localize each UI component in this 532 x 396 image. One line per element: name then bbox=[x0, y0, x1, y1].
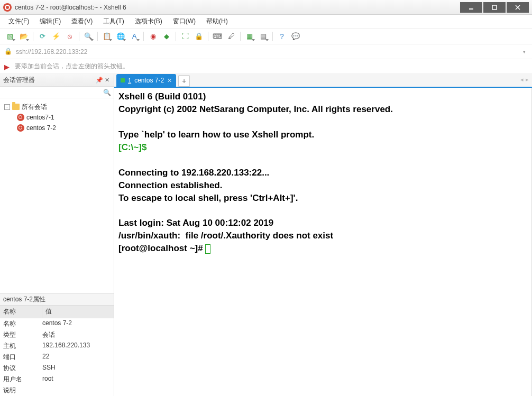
term-line: Xshell 6 (Build 0101) bbox=[118, 91, 206, 102]
session-tree: - 所有会话 centos7-1 centos 7-2 bbox=[0, 98, 114, 293]
separator bbox=[240, 32, 241, 41]
find-button[interactable]: 🔍 bbox=[82, 31, 94, 42]
toolbar: ▧ 📂 ⟳ ⚡ ⦸ 🔍 📋 🌐 A ◉ ◆ ⛶ 🔒 ⌨ 🖊 ▦ ▤ ? 💬 bbox=[0, 29, 532, 44]
tab-prev[interactable]: ◂ bbox=[520, 76, 524, 83]
separator bbox=[143, 32, 144, 41]
tree-search: 🔍 bbox=[0, 87, 114, 98]
keyboard-button[interactable]: ⌨ bbox=[212, 31, 223, 42]
tab-next[interactable]: ▸ bbox=[526, 76, 529, 83]
session-icon bbox=[17, 124, 24, 132]
session-item-centos7-1[interactable]: centos7-1 bbox=[2, 112, 112, 123]
term-line: Connection established. bbox=[118, 180, 222, 190]
svg-rect-1 bbox=[492, 5, 497, 10]
root-label: 所有会话 bbox=[22, 103, 47, 112]
tab-strip: 1 centos 7-2 ✕ + ◂ ▸ bbox=[114, 74, 532, 88]
tab-centos7-2[interactable]: 1 centos 7-2 ✕ bbox=[116, 74, 176, 87]
term-line: To escape to local shell, press 'Ctrl+Al… bbox=[118, 193, 298, 203]
menu-tab[interactable]: 选项卡(B) bbox=[131, 16, 167, 27]
tab-label: centos 7-2 bbox=[134, 77, 164, 84]
separator bbox=[97, 32, 98, 41]
menu-file[interactable]: 文件(F) bbox=[4, 16, 33, 27]
stop-button[interactable]: ⦸ bbox=[64, 31, 76, 42]
search-icon[interactable]: 🔍 bbox=[103, 89, 111, 96]
separator bbox=[33, 32, 33, 41]
main-split: 会话管理器 📌 ✕ 🔍 - 所有会话 centos7-1 centos 7-2 bbox=[0, 74, 532, 396]
address-text[interactable]: ssh://192.168.220.133:22 bbox=[16, 48, 520, 56]
highlight-button[interactable]: 🖊 bbox=[225, 31, 237, 42]
menu-window[interactable]: 窗口(W) bbox=[169, 16, 200, 27]
term-line: Copyright (c) 2002 NetSarang Computer, I… bbox=[118, 104, 393, 114]
session-manager-title: 会话管理器 bbox=[3, 76, 35, 85]
menu-help[interactable]: 帮助(H) bbox=[202, 16, 232, 27]
disconnect-button[interactable]: ⚡ bbox=[50, 31, 62, 42]
properties-panel: centos 7-2属性 名称 值 名称centos 7-2 类型会话 主机19… bbox=[0, 293, 114, 396]
font-button[interactable]: A bbox=[129, 31, 140, 42]
prop-row: 名称centos 7-2 bbox=[0, 318, 114, 329]
term-line: Type `help' to learn how to use Xshell p… bbox=[118, 130, 314, 140]
prop-row: 主机192.168.220.133 bbox=[0, 340, 114, 352]
tab-number: 1 bbox=[128, 77, 131, 84]
terminal[interactable]: Xshell 6 (Build 0101) Copyright (c) 2002… bbox=[114, 88, 532, 396]
properties-header: 名称 值 bbox=[0, 306, 114, 318]
app-icon bbox=[3, 3, 12, 12]
properties-title: centos 7-2属性 bbox=[0, 294, 114, 306]
prop-row: 协议SSH bbox=[0, 363, 114, 374]
titlebar: centos 7-2 - root@localhost:~ - Xshell 6 bbox=[0, 0, 532, 15]
prop-row: 端口22 bbox=[0, 352, 114, 363]
status-dot-icon bbox=[121, 78, 125, 82]
cursor-icon bbox=[205, 244, 210, 254]
address-dropdown[interactable]: ▾ bbox=[520, 49, 528, 54]
collapse-icon[interactable]: - bbox=[4, 104, 10, 110]
flag-icon: ▶ bbox=[4, 63, 12, 70]
session-label: centos7-1 bbox=[26, 114, 54, 121]
fullscreen-button[interactable]: ⛶ bbox=[179, 31, 191, 42]
col-name: 名称 bbox=[0, 306, 42, 318]
new-session-button[interactable]: ▧ bbox=[4, 31, 16, 42]
reconnect-button[interactable]: ⟳ bbox=[36, 31, 48, 42]
lock-button[interactable]: 🔒 bbox=[193, 31, 205, 42]
close-button[interactable] bbox=[507, 2, 529, 13]
separator bbox=[176, 32, 176, 41]
col-value: 值 bbox=[42, 306, 55, 318]
tree-root[interactable]: - 所有会话 bbox=[2, 102, 112, 112]
session-icon bbox=[17, 114, 24, 121]
tab-nav: ◂ ▸ bbox=[520, 76, 529, 83]
session-item-centos7-2[interactable]: centos 7-2 bbox=[2, 123, 112, 133]
separator bbox=[79, 32, 79, 41]
open-session-button[interactable]: 📂 bbox=[18, 31, 30, 42]
right-pane: 1 centos 7-2 ✕ + ◂ ▸ Xshell 6 (Build 010… bbox=[114, 74, 532, 396]
lock-icon: 🔒 bbox=[4, 48, 13, 56]
term-line: Connecting to 192.168.220.133:22... bbox=[118, 168, 269, 178]
term-line: Last login: Sat Aug 10 00:12:02 2019 bbox=[118, 218, 273, 228]
prop-row: 用户名root bbox=[0, 374, 114, 385]
term-prompt: [C:\~]$ bbox=[118, 142, 146, 152]
pin-button[interactable]: 📌 bbox=[96, 77, 103, 84]
tab-close-icon[interactable]: ✕ bbox=[167, 77, 172, 84]
minimize-button[interactable] bbox=[460, 2, 482, 13]
folder-icon bbox=[12, 104, 20, 110]
prop-row: 说明 bbox=[0, 385, 114, 396]
panel-close-button[interactable]: ✕ bbox=[103, 77, 111, 84]
copy-button[interactable]: 📋 bbox=[101, 31, 113, 42]
feedback-button[interactable]: 💬 bbox=[290, 31, 301, 42]
xshell-icon[interactable]: ◉ bbox=[147, 31, 159, 42]
menu-tools[interactable]: 工具(T) bbox=[99, 16, 128, 27]
help-button[interactable]: ? bbox=[276, 31, 288, 42]
layout-button[interactable]: ▤ bbox=[258, 31, 269, 42]
hint-text: 要添加当前会话，点击左侧的箭头按钮。 bbox=[15, 62, 129, 71]
prop-row: 类型会话 bbox=[0, 329, 114, 340]
maximize-button[interactable] bbox=[483, 2, 506, 13]
sidebar: 会话管理器 📌 ✕ 🔍 - 所有会话 centos7-1 centos 7-2 bbox=[0, 74, 114, 396]
session-manager-header: 会话管理器 📌 ✕ bbox=[0, 74, 114, 87]
script-button[interactable]: ▦ bbox=[244, 31, 255, 42]
svg-rect-0 bbox=[469, 8, 473, 10]
xftp-icon[interactable]: ◆ bbox=[161, 31, 172, 42]
globe-button[interactable]: 🌐 bbox=[115, 31, 126, 42]
menu-edit[interactable]: 编辑(E) bbox=[35, 16, 65, 27]
menubar: 文件(F) 编辑(E) 查看(V) 工具(T) 选项卡(B) 窗口(W) 帮助(… bbox=[0, 15, 532, 29]
term-line: /usr/bin/xauth: file /root/.Xauthority d… bbox=[118, 231, 333, 241]
session-label: centos 7-2 bbox=[26, 124, 56, 132]
new-tab-button[interactable]: + bbox=[178, 75, 190, 87]
menu-view[interactable]: 查看(V) bbox=[67, 16, 97, 27]
separator bbox=[208, 32, 208, 41]
